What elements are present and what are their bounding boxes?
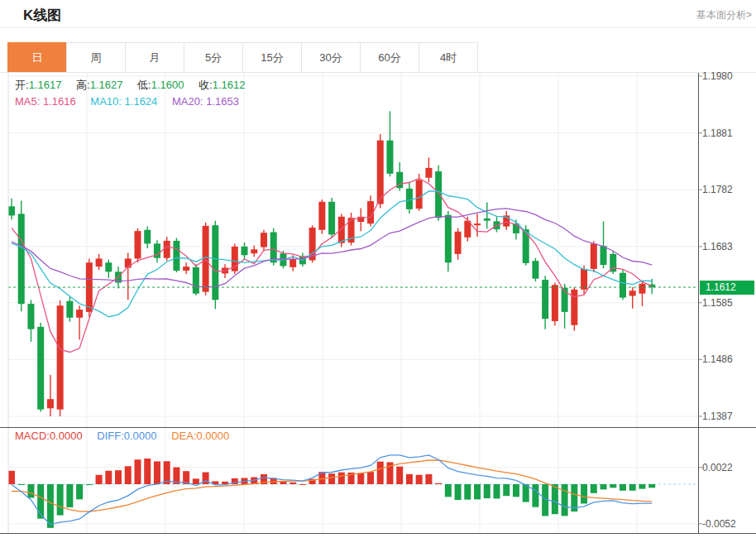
current-price-badge: 1.1612 <box>700 281 754 295</box>
macd-bar <box>328 473 335 484</box>
macd-bar <box>18 484 25 485</box>
tab-week[interactable]: 周 <box>66 42 126 73</box>
candle-down <box>105 262 112 271</box>
candle-up <box>57 305 64 409</box>
period-tabbar: 日 周 月 5分 15分 30分 60分 4时 <box>8 42 478 73</box>
close-label: 收: <box>199 79 213 91</box>
candle-down <box>386 141 393 174</box>
macd-bar <box>66 484 73 507</box>
candle-down <box>270 233 277 263</box>
macd-bar <box>76 484 83 499</box>
dea-label: DEA: <box>171 430 196 442</box>
candle-up <box>552 285 558 321</box>
candle-down <box>8 206 15 215</box>
ma20-value: 1.1653 <box>206 95 239 108</box>
ma20-label: MA20: <box>172 95 203 108</box>
candle-down <box>193 267 199 294</box>
candle-down <box>435 171 442 218</box>
macd-bar <box>464 484 471 500</box>
dea-value: 0.0000 <box>197 430 230 442</box>
ohlc-readout: 开:1.1617 高:1.1627 低:1.1600 收:1.1612 <box>15 78 256 93</box>
price-tick-label: 1.1387 <box>702 411 733 422</box>
macd-bar <box>134 459 141 484</box>
tab-day[interactable]: 日 <box>7 42 67 73</box>
macd-bar <box>27 484 34 497</box>
candle-down <box>445 215 452 263</box>
ma5-value: 1.1616 <box>43 95 76 108</box>
ma10-label: MA10: <box>90 95 122 108</box>
macd-bar <box>105 471 112 484</box>
candle-up <box>474 223 481 225</box>
macd-bar <box>406 474 413 484</box>
macd-bar <box>639 484 645 489</box>
macd-readout: MACD:0.0000 DIFF:0.0000 DEA:0.0000 <box>15 430 241 442</box>
macd-bar <box>435 483 442 484</box>
header-divider <box>0 27 756 28</box>
macd-bar <box>532 484 538 507</box>
diff-value: 0.0000 <box>124 430 157 442</box>
macd-bar <box>154 461 160 484</box>
macd-bar <box>445 484 452 497</box>
candle-up <box>377 141 384 204</box>
tab-5min[interactable]: 5分 <box>184 42 243 73</box>
macd-bar <box>494 484 500 498</box>
tab-30min[interactable]: 30分 <box>301 42 361 73</box>
macd-bar <box>57 484 64 516</box>
price-tick-label: 1.1585 <box>702 297 733 309</box>
macd-bar <box>474 484 481 499</box>
open-label: 开: <box>15 79 29 91</box>
candle-down <box>242 247 248 255</box>
candle-up <box>571 290 577 325</box>
macd-bar <box>591 484 597 493</box>
high-label: 高: <box>76 79 90 91</box>
candle-up <box>289 259 296 267</box>
kline-widget: K线图 基本面分析> 日 周 月 5分 15分 30分 60分 4时 开:1.1… <box>0 0 756 538</box>
open-value: 1.1617 <box>29 79 62 91</box>
candle-up <box>455 232 462 254</box>
high-value: 1.1627 <box>90 79 123 91</box>
macd-tick-label: 0.0022 <box>702 462 733 473</box>
candle-down <box>27 304 34 329</box>
candle-up <box>318 202 325 230</box>
candle-down <box>484 219 490 221</box>
macd-bar <box>396 467 403 484</box>
macd-bar <box>8 471 15 484</box>
candle-up <box>134 231 141 258</box>
tab-15min[interactable]: 15分 <box>242 42 302 73</box>
candle-down <box>532 261 538 278</box>
macd-bar <box>144 459 151 484</box>
candle-down <box>37 327 44 410</box>
macd-bar <box>416 475 423 484</box>
tab-4hour[interactable]: 4时 <box>419 42 478 73</box>
macd-label: MACD: <box>15 430 50 442</box>
low-value: 1.1600 <box>151 79 184 91</box>
kline-chart-canvas[interactable] <box>0 73 756 538</box>
macd-bar <box>610 484 616 488</box>
macd-bar <box>484 484 490 498</box>
candle-up <box>96 258 103 267</box>
candle-down <box>66 301 73 318</box>
price-tick-label: 1.1782 <box>702 184 733 195</box>
candle-up <box>338 217 345 243</box>
tab-month[interactable]: 月 <box>125 42 184 73</box>
macd-bar <box>503 484 510 496</box>
low-label: 低: <box>137 79 151 91</box>
candle-up <box>47 399 54 408</box>
ma5-label: MA5: <box>15 95 40 108</box>
macd-bar <box>357 473 364 484</box>
candle-up <box>629 291 636 295</box>
candle-down <box>18 214 25 304</box>
price-tick-label: 1.1980 <box>702 70 733 82</box>
fundamental-analysis-link[interactable]: 基本面分析> <box>696 8 752 22</box>
price-tick-label: 1.1881 <box>702 127 733 139</box>
macd-bar <box>648 484 655 488</box>
macd-bar <box>125 466 132 484</box>
macd-bar <box>425 474 432 484</box>
candle-down <box>212 225 218 300</box>
macd-bar <box>581 484 587 503</box>
tab-60min[interactable]: 60分 <box>360 42 419 73</box>
macd-bar <box>193 478 199 484</box>
macd-value: 0.0000 <box>50 430 83 442</box>
macd-bar <box>47 484 54 528</box>
macd-bar <box>115 470 122 484</box>
